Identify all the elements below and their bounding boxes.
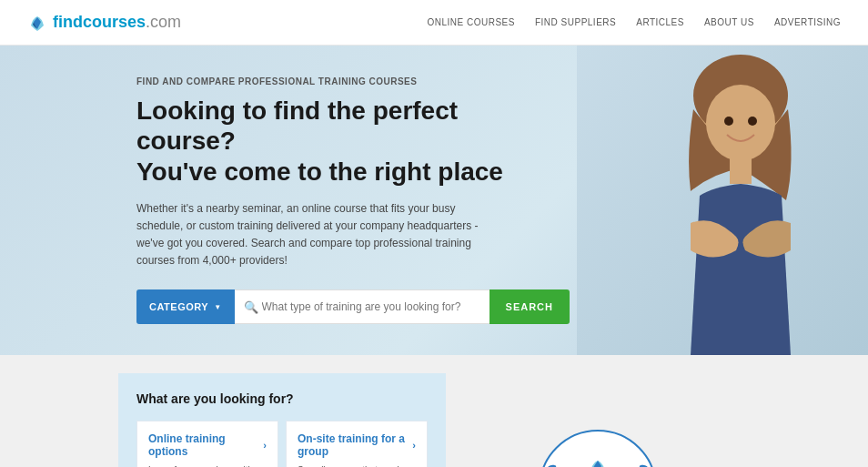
hero-section: FIND AND COMPARE PROFESSIONAL TRAINING C… [0, 46, 868, 355]
svg-rect-4 [730, 157, 752, 184]
main-nav: ONLINE COURSES FIND SUPPLIERS ARTICLES A… [428, 17, 842, 27]
nav-about-us[interactable]: ABOUT US [704, 17, 754, 27]
badge-logo-icon [588, 459, 608, 467]
search-bar: CATEGORY ▼ 🔍 SEARCH [136, 289, 510, 324]
card-desc-onsite: See all courses that can be delivered to… [298, 463, 416, 467]
search-input-wrap: 🔍 [235, 289, 490, 324]
hero-image [577, 46, 868, 355]
site-header: findcourses.com ONLINE COURSES FIND SUPP… [0, 0, 868, 46]
hero-woman-illustration [595, 46, 850, 355]
search-input[interactable] [235, 289, 490, 324]
online-training-card[interactable]: Online training options › Learn from any… [136, 421, 278, 467]
card-title-onsite: On-site training for a group › [298, 432, 416, 458]
logo-icon [27, 13, 47, 33]
bottom-section: What are you looking for? Online trainin… [0, 355, 868, 467]
category-button[interactable]: CATEGORY ▼ [136, 289, 235, 324]
card-title-online: Online training options › [148, 432, 267, 458]
hero-title: Looking to find the perfect course? You'… [136, 96, 510, 188]
logo-text: findcourses.com [53, 13, 181, 32]
svg-point-7 [546, 463, 556, 467]
nav-advertising[interactable]: ADVERTISING [774, 17, 841, 27]
search-icon: 🔍 [244, 300, 258, 314]
cards-grid: Online training options › Learn from any… [136, 421, 428, 467]
search-button[interactable]: SEARCH [490, 289, 570, 324]
arrow-icon: › [263, 440, 267, 451]
svg-point-12 [639, 463, 649, 467]
laurel-right-icon [635, 457, 653, 467]
nav-online-courses[interactable]: ONLINE COURSES [428, 17, 515, 27]
top10-badge: findcourses.com TOP 10 E-LEARNINGCOURSES [539, 430, 657, 467]
hero-content: FIND AND COMPARE PROFESSIONAL TRAINING C… [0, 76, 510, 325]
logo[interactable]: findcourses.com [27, 13, 181, 33]
badge-inner: findcourses.com TOP 10 E-LEARNINGCOURSES [571, 459, 624, 467]
chevron-down-icon: ▼ [214, 303, 221, 311]
what-looking-section: What are you looking for? Online trainin… [118, 373, 446, 467]
svg-point-5 [724, 117, 733, 126]
card-desc-online: Learn from anywhere with an online cours… [148, 463, 267, 467]
nav-find-suppliers[interactable]: FIND SUPPLIERS [535, 17, 616, 27]
badge-area: findcourses.com TOP 10 E-LEARNINGCOURSES [446, 373, 750, 467]
svg-point-6 [748, 117, 757, 126]
hero-subtitle: FIND AND COMPARE PROFESSIONAL TRAINING C… [136, 76, 510, 86]
section-title: What are you looking for? [136, 391, 428, 406]
hero-description: Whether it's a nearby seminar, an online… [136, 200, 500, 270]
laurel-left-icon [542, 457, 560, 467]
svg-point-3 [706, 85, 775, 161]
arrow-icon: › [412, 440, 416, 451]
onsite-training-card[interactable]: On-site training for a group › See all c… [286, 421, 428, 467]
nav-articles[interactable]: ARTICLES [636, 17, 684, 27]
